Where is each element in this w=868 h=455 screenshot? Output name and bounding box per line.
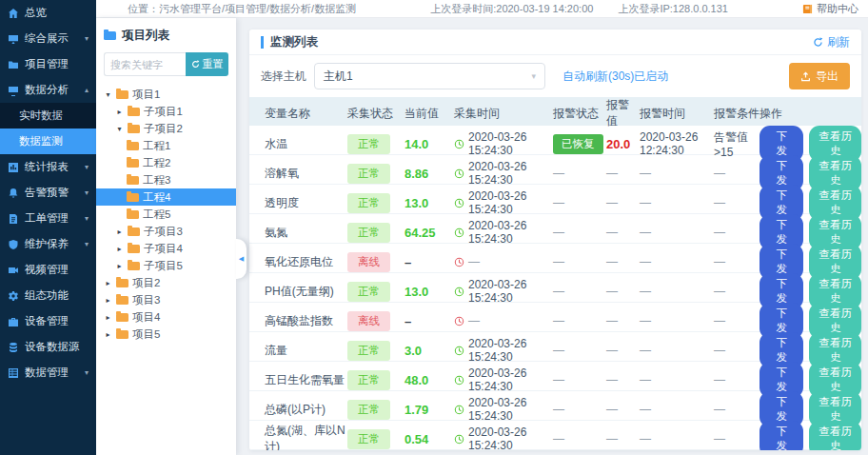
sidebar-item[interactable]: 工单管理 ▾ — [0, 206, 96, 231]
sidebar-item[interactable]: 数据管理 ▾ — [0, 360, 96, 386]
alarm-time: — — [640, 285, 714, 298]
folder-icon — [127, 210, 139, 219]
search-row: 重置 — [104, 52, 228, 76]
export-button[interactable]: 导出 — [789, 63, 850, 89]
data-icon — [8, 367, 19, 379]
chevron-icon: ▾ — [85, 163, 89, 171]
tree-item[interactable]: ▸ 子项目5 — [96, 257, 236, 274]
tree-item[interactable]: ▾ 子项目2 — [96, 120, 236, 137]
tree-item[interactable]: 工程2 — [96, 154, 236, 171]
sidebar-item[interactable]: 设备管理 — [0, 308, 96, 334]
chevron-icon: ▾ — [85, 240, 89, 248]
alarm-status: — — [553, 285, 606, 298]
tree-caret-icon: ▸ — [104, 330, 112, 339]
variable-name: 透明度 — [265, 195, 347, 211]
variable-name: 溶解氧 — [265, 166, 347, 182]
sidebar-item[interactable]: 设备数据源 — [0, 334, 96, 360]
clock-icon — [454, 405, 464, 415]
current-value: 64.25 — [404, 226, 454, 240]
variable-name: 高锰酸盐指数 — [265, 313, 347, 329]
variable-name: PH值(无量纲) — [265, 284, 347, 300]
clock-icon — [454, 139, 464, 149]
sidebar-item[interactable]: 组态功能 — [0, 283, 96, 308]
view-history-button[interactable]: 查看历史 — [809, 421, 861, 450]
tree-item[interactable]: ▾ 项目1 — [96, 86, 236, 103]
variable-name: 五日生化需氧量 — [265, 372, 347, 388]
sidebar-subitem[interactable]: 实时数据 — [0, 103, 96, 129]
tree-item[interactable]: ▸ 项目4 — [96, 308, 236, 326]
auto-refresh-status: 自动刷新(30s)已启动 — [562, 69, 668, 85]
sidebar-item[interactable]: 告警预警 ▾ — [0, 180, 96, 206]
alarm-status: — — [553, 344, 606, 357]
tree-item[interactable]: ▸ 子项目3 — [96, 223, 236, 240]
alarm-condition: — — [714, 432, 760, 445]
alarm-value: — — [606, 255, 640, 268]
tree-item[interactable]: 工程4 — [96, 188, 236, 206]
refresh-link[interactable]: 刷新 — [813, 34, 850, 50]
folder-icon — [128, 262, 140, 270]
sidebar-item[interactable]: 总览 — [0, 0, 96, 26]
sidebar: 总览 综合展示 ▾ 项目管理 数据分析 ▴ 实时数据 数据监测 统计报表 ▾ 告… — [0, 0, 96, 455]
alarm-condition: — — [714, 255, 760, 268]
collect-time: 2020-03-26 15:24:30 — [454, 130, 553, 157]
column-header: 采集状态 — [347, 106, 404, 122]
main-area: 监测列表 刷新 选择主机 主机1 ▾ 自动刷新(30s)已启动 — [236, 18, 868, 455]
tree-item[interactable]: 工程1 — [96, 137, 236, 154]
project-tree: ▾ 项目1 ▸ 子项目1 ▾ 子项目2 工程1 工程2 工程3 工程4 工程5 — [96, 86, 236, 343]
collect-time: 2020-03-26 15:24:30 — [454, 278, 553, 305]
collect-status-badge: 正常 — [347, 429, 390, 449]
chevron-icon: ▾ — [85, 188, 89, 197]
column-header: 操作 — [760, 106, 861, 122]
tree-item[interactable]: 工程5 — [96, 206, 236, 223]
sidebar-subitem[interactable]: 数据监测 — [0, 129, 96, 154]
column-header: 报警时间 — [640, 106, 714, 122]
home-icon — [8, 8, 19, 19]
alarm-value: — — [606, 285, 640, 298]
monitor-card: 监测列表 刷新 选择主机 主机1 ▾ 自动刷新(30s)已启动 — [249, 30, 861, 450]
host-select[interactable]: 主机1 ▾ — [314, 63, 545, 89]
collect-time: — — [454, 255, 553, 268]
folder-icon — [127, 159, 139, 168]
gear-icon — [8, 290, 19, 302]
export-button-label: 导出 — [816, 69, 838, 85]
tree-item[interactable]: ▸ 项目3 — [96, 291, 236, 308]
clock-icon — [454, 434, 464, 445]
sidebar-item[interactable]: 统计报表 ▾ — [0, 154, 96, 180]
sidebar-item[interactable]: 综合展示 ▾ — [0, 26, 96, 51]
collect-status-badge: 正常 — [347, 282, 390, 302]
sidebar-item[interactable]: 维护保养 ▾ — [0, 231, 96, 257]
tree-item[interactable]: ▸ 子项目1 — [96, 103, 236, 120]
clock-icon — [454, 198, 464, 208]
sidebar-item[interactable]: 项目管理 — [0, 51, 96, 77]
collect-status-badge: 正常 — [347, 400, 390, 420]
video-icon — [8, 265, 19, 276]
tree-item[interactable]: ▸ 项目5 — [96, 326, 236, 343]
table-row: 氨氮 正常 64.25 2020-03-26 15:24:30 — — — — … — [249, 214, 861, 244]
sidebar-submenu: 实时数据 数据监测 — [0, 103, 96, 154]
database-icon — [8, 342, 19, 353]
tree-item[interactable]: ▸ 子项目4 — [96, 240, 236, 257]
search-input[interactable] — [104, 52, 186, 76]
alarm-status: — — [553, 403, 606, 416]
send-button[interactable]: 下发 — [760, 421, 803, 450]
sidebar-menu: 总览 综合展示 ▾ 项目管理 数据分析 ▴ 实时数据 数据监测 统计报表 ▾ 告… — [0, 0, 96, 386]
current-value: – — [404, 314, 454, 328]
alarm-time: 2020-03-26 12:24:30 — [640, 130, 714, 157]
tree-item[interactable]: ▸ 项目2 — [96, 274, 236, 291]
variable-name: 总氮(湖、库以N计) — [265, 423, 347, 450]
clock-icon — [454, 316, 464, 326]
collapse-panel-handle[interactable]: ◀ — [236, 239, 247, 279]
sidebar-item[interactable]: 视频管理 — [0, 257, 96, 283]
clock-icon — [454, 228, 464, 238]
tree-item[interactable]: 工程3 — [96, 171, 236, 188]
reset-button[interactable]: 重置 — [186, 52, 228, 76]
help-center-link[interactable]: 帮助中心 — [802, 2, 858, 16]
alarm-value: — — [606, 167, 640, 180]
table-row: 总氮(湖、库以N计) 正常 0.54 2020-03-26 15:24:30 —… — [249, 421, 861, 450]
refresh-icon — [813, 37, 823, 48]
device-icon — [8, 316, 19, 327]
alarm-condition: — — [714, 344, 760, 357]
monitor-card-header: 监测列表 刷新 — [249, 30, 861, 55]
sidebar-item[interactable]: 数据分析 ▴ — [0, 77, 96, 103]
login-info: 上次登录时间:2020-03-19 14:20:00 上次登录IP:128.0.… — [356, 2, 802, 16]
